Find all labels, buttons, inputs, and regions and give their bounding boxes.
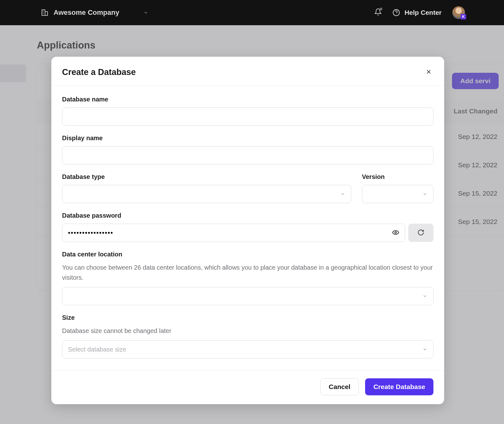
- modal-title: Create a Database: [62, 67, 136, 77]
- close-button[interactable]: [424, 68, 433, 77]
- version-select[interactable]: [362, 185, 433, 203]
- location-select[interactable]: [62, 287, 433, 305]
- refresh-icon: [417, 229, 424, 237]
- cancel-button[interactable]: Cancel: [320, 378, 359, 395]
- location-label: Data center location: [62, 251, 433, 258]
- svg-rect-1: [45, 12, 48, 15]
- create-database-button[interactable]: Create Database: [365, 378, 433, 395]
- display-name-label: Display name: [62, 135, 433, 142]
- password-input[interactable]: [62, 224, 405, 242]
- toggle-password-visibility[interactable]: [391, 228, 401, 238]
- create-database-modal: Create a Database Database name Display …: [51, 57, 444, 404]
- chevron-down-icon: [422, 294, 427, 299]
- chevron-down-icon: [143, 10, 148, 15]
- chevron-down-icon: [422, 347, 427, 352]
- modal-footer: Cancel Create Database: [51, 370, 444, 404]
- display-name-input[interactable]: [62, 146, 433, 164]
- chevron-down-icon: [340, 192, 345, 197]
- version-label: Version: [362, 173, 433, 180]
- db-type-select[interactable]: [62, 185, 351, 203]
- size-label: Size: [62, 314, 433, 321]
- main-area: Applications Add servi Last Changed Sep …: [0, 25, 504, 424]
- help-center-label: Help Center: [404, 9, 442, 16]
- topbar: Awesome Company Help Center: [0, 0, 504, 25]
- close-icon: [426, 69, 432, 76]
- eye-icon: [392, 229, 399, 237]
- regenerate-password-button[interactable]: [408, 224, 433, 242]
- org-name: Awesome Company: [54, 9, 119, 17]
- notifications-button[interactable]: [374, 8, 382, 17]
- chevron-down-icon: [422, 192, 427, 197]
- size-placeholder: Select database size: [68, 346, 126, 353]
- db-type-label: Database type: [62, 173, 351, 180]
- size-help: Database size cannot be changed later: [62, 326, 433, 336]
- help-center-link[interactable]: Help Center: [392, 9, 442, 16]
- building-icon: [41, 9, 49, 16]
- password-label: Database password: [62, 212, 433, 219]
- avatar[interactable]: [452, 6, 465, 19]
- svg-point-9: [395, 232, 397, 233]
- db-name-label: Database name: [62, 96, 433, 103]
- location-help: You can choose between 26 data center lo…: [62, 262, 433, 283]
- modal-header: Create a Database: [51, 57, 444, 86]
- org-switcher[interactable]: Awesome Company: [41, 9, 148, 17]
- size-select[interactable]: Select database size: [62, 340, 433, 358]
- notification-dot: [380, 8, 382, 10]
- db-name-input[interactable]: [62, 107, 433, 126]
